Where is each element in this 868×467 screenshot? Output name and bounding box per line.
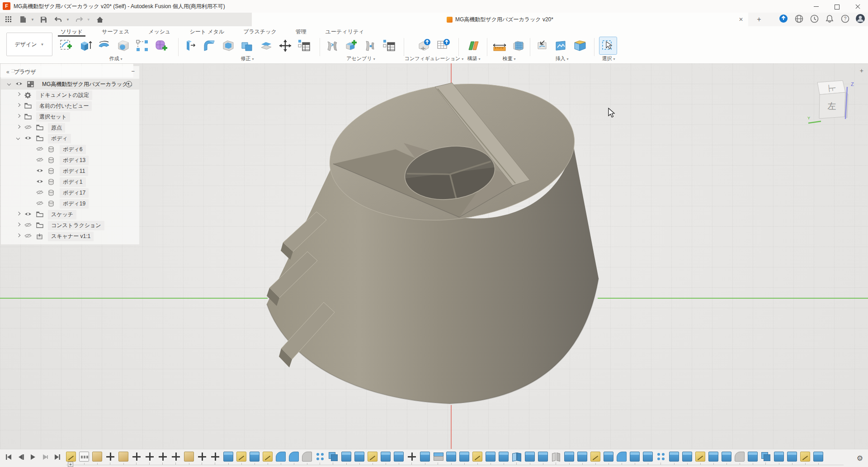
browser-home-icon[interactable] bbox=[794, 14, 804, 24]
rectangular-pattern-icon[interactable] bbox=[134, 37, 151, 54]
canvas-icon[interactable] bbox=[571, 37, 589, 54]
timeline-feature-fillet-gray[interactable] bbox=[302, 452, 312, 462]
revolve-icon[interactable] bbox=[96, 37, 113, 54]
browser-tree-row[interactable]: 選択セット bbox=[1, 111, 139, 122]
timeline-feature-combine[interactable] bbox=[761, 452, 771, 462]
section-analysis-icon[interactable] bbox=[510, 37, 527, 54]
timeline-feature-extrude[interactable] bbox=[564, 452, 574, 462]
group-configuration-label[interactable]: コンフィギュレーション bbox=[398, 55, 470, 62]
visibility-eye-off-icon[interactable] bbox=[24, 222, 33, 229]
timeline-feature-extrude[interactable] bbox=[643, 452, 653, 462]
visibility-eye-icon[interactable] bbox=[36, 168, 44, 174]
new-tab-button[interactable]: + bbox=[754, 14, 764, 24]
timeline-feature-extrude[interactable] bbox=[669, 452, 679, 462]
timeline-feature-combine[interactable] bbox=[328, 452, 338, 462]
document-tab-close-icon[interactable]: ✕ bbox=[737, 16, 745, 23]
select-icon[interactable] bbox=[599, 37, 617, 54]
offset-face-icon[interactable] bbox=[258, 37, 275, 54]
browser-tree-row[interactable]: ボディ11 bbox=[1, 166, 139, 176]
combine-icon[interactable] bbox=[239, 37, 256, 54]
expand-chevron-icon[interactable] bbox=[7, 82, 12, 86]
browser-tree-row[interactable]: スキャナー v1:1 bbox=[1, 231, 139, 242]
timeline-feature-joint[interactable] bbox=[551, 452, 561, 462]
job-status-icon[interactable] bbox=[778, 14, 788, 24]
activate-component-radio[interactable] bbox=[126, 81, 132, 87]
timeline-feature-extrude[interactable] bbox=[813, 452, 823, 462]
account-avatar[interactable] bbox=[855, 14, 865, 24]
view-cube[interactable]: 上 左 Z Y bbox=[807, 76, 857, 130]
visibility-eye-icon[interactable] bbox=[24, 135, 33, 142]
browser-tree-row[interactable]: ボディ bbox=[1, 133, 139, 144]
timeline-feature-extrude[interactable] bbox=[604, 452, 613, 462]
close-button[interactable] bbox=[847, 0, 868, 13]
ribbon-tab[interactable]: ソリッド bbox=[59, 27, 85, 36]
browser-tree-row[interactable]: ボディ1 bbox=[1, 176, 139, 187]
undo-caret[interactable]: ▼ bbox=[66, 18, 70, 22]
browser-tree-row[interactable]: ボディ13 bbox=[1, 155, 139, 166]
timeline-feature-extrude[interactable] bbox=[525, 452, 535, 462]
group-insert-label[interactable]: 挿入 bbox=[533, 55, 590, 62]
timeline-feature-move[interactable] bbox=[145, 452, 155, 462]
group-create-label[interactable]: 作成 bbox=[58, 55, 174, 62]
recent-clock-icon[interactable] bbox=[809, 14, 819, 24]
hole-icon[interactable] bbox=[115, 37, 132, 54]
timeline-feature-box[interactable] bbox=[92, 452, 102, 462]
ribbon-tab[interactable]: 管理 bbox=[294, 27, 308, 36]
browser-tree-row[interactable]: 原点 bbox=[1, 122, 139, 133]
timeline-feature-pattern[interactable] bbox=[315, 452, 325, 462]
help-icon[interactable]: ? bbox=[840, 14, 850, 24]
timeline-feature-extrude[interactable] bbox=[722, 452, 731, 462]
timeline-feature-move[interactable] bbox=[197, 452, 207, 462]
shell-icon[interactable] bbox=[220, 37, 237, 54]
group-assemble-label[interactable]: アセンブリ bbox=[324, 55, 398, 62]
visibility-eye-off-icon[interactable] bbox=[24, 124, 33, 131]
timeline-feature-sketch[interactable] bbox=[800, 452, 810, 462]
minimize-button[interactable] bbox=[806, 0, 826, 13]
document-tab[interactable]: MG高機動型ザク用バズーカラック v20* ✕ bbox=[252, 13, 748, 26]
file-menu-caret[interactable]: ▼ bbox=[31, 18, 34, 22]
browser-tree-row[interactable]: MG高機動型ザク用バズーカラック... bbox=[1, 79, 139, 90]
timeline-feature-move[interactable] bbox=[171, 452, 181, 462]
timeline-feature-move[interactable] bbox=[158, 452, 168, 462]
timeline-feature-move[interactable] bbox=[210, 452, 220, 462]
timeline-feature-extrude[interactable] bbox=[774, 452, 784, 462]
browser-tree-row[interactable]: ボディ19 bbox=[1, 198, 139, 209]
timeline-feature-extrude[interactable] bbox=[250, 452, 259, 462]
measure-icon[interactable] bbox=[491, 37, 508, 54]
collapse-panel-icon[interactable]: « bbox=[6, 69, 9, 75]
timeline-feature-move[interactable] bbox=[407, 452, 417, 462]
group-inspect-label[interactable]: 検査 bbox=[491, 55, 527, 62]
timeline-feature-extrude[interactable] bbox=[708, 452, 718, 462]
timeline-feature-pattern[interactable] bbox=[656, 452, 666, 462]
fillet-icon[interactable] bbox=[201, 37, 218, 54]
joint-icon[interactable] bbox=[324, 37, 341, 54]
timeline-feature-extrude[interactable] bbox=[682, 452, 692, 462]
visibility-eye-off-icon[interactable] bbox=[36, 146, 44, 152]
browser-minimize-icon[interactable]: − bbox=[131, 68, 135, 75]
notifications-bell-icon[interactable] bbox=[825, 14, 835, 24]
visibility-eye-icon[interactable] bbox=[15, 81, 24, 87]
add-comment-button[interactable]: + bbox=[860, 67, 863, 74]
timeline-feature-sketch[interactable] bbox=[368, 452, 377, 462]
visibility-eye-off-icon[interactable] bbox=[36, 200, 44, 207]
step-back-button[interactable] bbox=[17, 453, 25, 461]
ribbon-tab[interactable]: シート メタル bbox=[188, 27, 226, 36]
timeline-feature-extrude[interactable] bbox=[486, 452, 495, 462]
timeline-feature-sketch[interactable] bbox=[472, 452, 482, 462]
visibility-eye-off-icon[interactable] bbox=[24, 233, 33, 239]
timeline-feature-extrude[interactable] bbox=[420, 452, 430, 462]
browser-tree-row[interactable]: 名前の付いたビュー bbox=[1, 100, 139, 111]
browser-tree-row[interactable]: スケッチ bbox=[1, 209, 139, 220]
decal-icon[interactable] bbox=[552, 37, 570, 54]
timeline-feature-extrude[interactable] bbox=[341, 452, 351, 462]
configuration-table-icon[interactable] bbox=[435, 37, 452, 54]
expand-chevron-icon[interactable] bbox=[16, 234, 21, 238]
group-modify-label[interactable]: 修正 bbox=[182, 55, 313, 62]
visibility-eye-icon[interactable] bbox=[36, 179, 44, 185]
timeline-feature-group[interactable] bbox=[79, 452, 89, 462]
timeline-feature-extrude[interactable] bbox=[630, 452, 640, 462]
visibility-eye-icon[interactable] bbox=[24, 211, 33, 218]
home-icon[interactable] bbox=[95, 14, 105, 24]
configuration-icon[interactable] bbox=[416, 37, 433, 54]
workspace-selector[interactable]: デザイン▼ bbox=[6, 33, 52, 56]
